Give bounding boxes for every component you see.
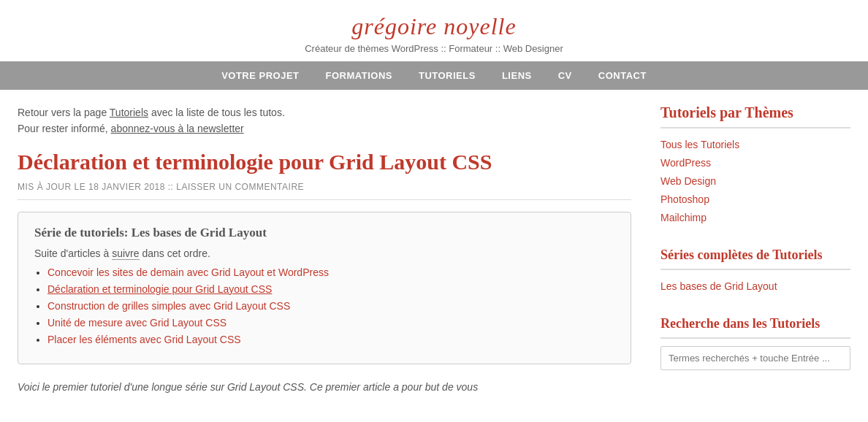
list-item: Construction de grilles simples avec Gri…	[47, 300, 614, 312]
sidebar-link-photoshop[interactable]: Photoshop	[660, 193, 709, 205]
tutoriels-link[interactable]: Tutoriels	[110, 107, 148, 118]
series-link-1[interactable]: Concevoir les sites de demain avec Grid …	[47, 266, 329, 278]
sidebar-series-list: Les bases de Grid Layout	[660, 277, 850, 296]
nav-item-tutoriels[interactable]: TUTORIELS	[406, 61, 489, 90]
intro-text: Voici le premier tutoriel d'une longue s…	[18, 379, 631, 396]
site-title: grégoire noyelle	[0, 13, 868, 40]
list-item: Déclaration et terminologie pour Grid La…	[47, 283, 614, 296]
main-content: Retour vers la page Tutoriels avec la li…	[18, 104, 631, 396]
sidebar-link-webdesign[interactable]: Web Design	[660, 175, 716, 187]
sidebar-series-section: Séries complètes de Tutoriels Les bases …	[660, 248, 850, 296]
site-header: grégoire noyelle Créateur de thèmes Word…	[0, 0, 868, 61]
sidebar-item-webdesign: Web Design	[660, 172, 850, 191]
nav-item-cv[interactable]: CV	[545, 61, 585, 90]
meta-updated: MIS À JOUR LE 18 JANVIER 2018	[18, 182, 165, 192]
nav-link-votre-projet[interactable]: VOTRE PROJET	[208, 61, 312, 90]
nav-item-formations[interactable]: FORMATIONS	[313, 61, 406, 90]
sidebar: Tutoriels par Thèmes Tous les Tutoriels …	[660, 104, 850, 396]
return-line: Retour vers la page Tutoriels avec la li…	[18, 104, 631, 137]
return-text-prefix: Retour vers la page	[18, 107, 110, 118]
nav-link-liens[interactable]: LIENS	[489, 61, 545, 90]
sidebar-item-grid: Les bases de Grid Layout	[660, 277, 850, 296]
series-box-follow-link[interactable]: suivre	[112, 248, 139, 260]
nav-item-contact[interactable]: CONTACT	[585, 61, 660, 90]
article-title: Déclaration et terminologie pour Grid La…	[18, 147, 631, 176]
list-item: Placer les éléments avec Grid Layout CSS	[47, 334, 614, 346]
newsletter-link[interactable]: abonnez-vous à la newsletter	[111, 123, 244, 134]
series-link-3[interactable]: Construction de grilles simples avec Gri…	[47, 300, 290, 312]
nav-list: VOTRE PROJET FORMATIONS TUTORIELS LIENS …	[208, 61, 660, 90]
page-wrapper: Retour vers la page Tutoriels avec la li…	[3, 90, 865, 396]
series-box: Série de tutoriels: Les bases de Grid La…	[18, 212, 631, 364]
return-text-suffix: avec la liste de tous les tutos.	[148, 107, 285, 118]
list-item: Concevoir les sites de demain avec Grid …	[47, 266, 614, 279]
sidebar-search-section: Recherche dans les Tutoriels	[660, 316, 850, 370]
series-box-list: Concevoir les sites de demain avec Grid …	[34, 266, 614, 346]
series-box-title: Série de tutoriels: Les bases de Grid La…	[34, 226, 614, 240]
site-tagline: Créateur de thèmes WordPress :: Formateu…	[0, 43, 868, 54]
series-link-5[interactable]: Placer les éléments avec Grid Layout CSS	[47, 334, 241, 345]
sidebar-series-title: Séries complètes de Tutoriels	[660, 248, 850, 270]
search-input[interactable]	[660, 346, 850, 370]
nav-link-cv[interactable]: CV	[545, 61, 585, 90]
sidebar-link-grid[interactable]: Les bases de Grid Layout	[660, 280, 777, 292]
sidebar-link-mailchimp[interactable]: Mailchimp	[660, 212, 707, 223]
sidebar-item-photoshop: Photoshop	[660, 191, 850, 209]
sidebar-search-title: Recherche dans les Tutoriels	[660, 316, 850, 339]
nav-link-formations[interactable]: FORMATIONS	[313, 61, 406, 90]
meta-separator: ::	[165, 182, 176, 192]
newsletter-prefix: Pour rester informé,	[18, 123, 111, 134]
sidebar-themes-section: Tutoriels par Thèmes Tous les Tutoriels …	[660, 104, 850, 227]
nav-item-liens[interactable]: LIENS	[489, 61, 545, 90]
main-nav: VOTRE PROJET FORMATIONS TUTORIELS LIENS …	[0, 61, 868, 90]
series-link-4[interactable]: Unité de mesure avec Grid Layout CSS	[47, 317, 226, 329]
sidebar-themes-title: Tutoriels par Thèmes	[660, 104, 850, 128]
sidebar-item-mailchimp: Mailchimp	[660, 209, 850, 227]
sidebar-themes-list: Tous les Tutoriels WordPress Web Design …	[660, 136, 850, 227]
series-box-subtitle: Suite d'articles à suivre dans cet ordre…	[34, 248, 614, 259]
sidebar-item-wordpress: WordPress	[660, 154, 850, 172]
sidebar-item-tous: Tous les Tutoriels	[660, 136, 850, 154]
nav-link-tutoriels[interactable]: TUTORIELS	[406, 61, 489, 90]
series-link-2[interactable]: Déclaration et terminologie pour Grid La…	[47, 283, 272, 295]
meta-comment-link[interactable]: LAISSER UN COMMENTAIRE	[176, 182, 304, 192]
list-item: Unité de mesure avec Grid Layout CSS	[47, 317, 614, 329]
sidebar-link-tous[interactable]: Tous les Tutoriels	[660, 139, 739, 150]
nav-link-contact[interactable]: CONTACT	[585, 61, 660, 90]
sidebar-link-wordpress[interactable]: WordPress	[660, 157, 711, 169]
article-meta: MIS À JOUR LE 18 JANVIER 2018 :: LAISSER…	[18, 182, 631, 200]
nav-item-votre-projet[interactable]: VOTRE PROJET	[208, 61, 312, 90]
